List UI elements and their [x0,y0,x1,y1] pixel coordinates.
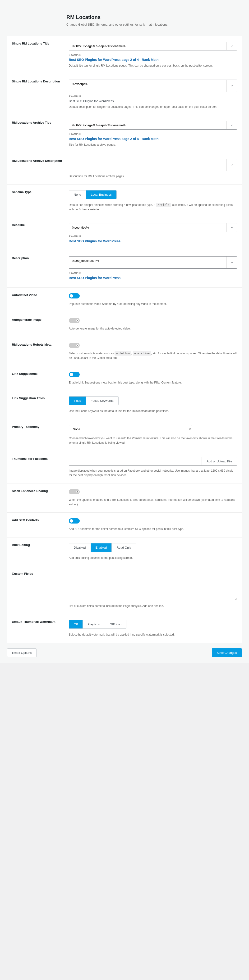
schema-type-none[interactable]: None [69,191,86,199]
label-headline: Headline [12,223,69,245]
watermark-gif-icon[interactable]: GIF icon [105,620,126,628]
bulk-editing-group: Disabled Enabled Read Only [69,543,136,552]
seo-controls-toggle[interactable] [69,518,80,523]
autodetect-video-toggle[interactable] [69,293,80,299]
schema-type-local-business[interactable]: Local Business [86,191,116,199]
field-autodetect-video: Autodetect Video Populate automatic Vide… [7,288,242,312]
custom-fields-help: List of custom fields name to include in… [69,604,237,608]
single-desc-example: Best SEO Plugins for WordPress [69,99,237,103]
label-primary-taxonomy: Primary Taxonomy [12,425,69,445]
autogen-image-toggle[interactable] [69,318,80,323]
single-title-example[interactable]: Best SEO Plugins for WordPress page 2 of… [69,58,159,62]
bulk-editing-enabled[interactable]: Enabled [91,543,112,552]
reset-options-button[interactable]: Reset Options [7,648,37,657]
primary-taxonomy-select[interactable]: None [69,425,192,433]
single-title-input-wrap [69,42,237,51]
archive-desc-variables-dropdown[interactable] [227,159,237,171]
headline-example[interactable]: Best SEO Plugins for WordPress [69,239,120,243]
label-robots-meta: RM Locations Robots Meta [12,343,69,360]
primary-taxonomy-help: Choose which taxonomy you want to use wi… [69,436,237,445]
custom-fields-input[interactable] [69,572,237,600]
label-custom-fields: Custom Fields [12,572,69,608]
archive-title-input-wrap [69,121,237,130]
seo-controls-help: Add SEO controls for the editor screen t… [69,527,237,531]
field-link-suggestion-titles: Link Suggestion Titles Titles Focus Keyw… [7,391,242,419]
slack-sharing-help: When the option is enabled and a RM Loca… [69,498,237,507]
single-desc-help: Default description for single RM Locati… [69,105,237,109]
robots-meta-toggle[interactable] [69,343,80,348]
toggle-knob-icon [77,344,79,347]
bulk-editing-readonly[interactable]: Read Only [112,543,136,552]
thumbnail-fb-help: Image displayed when your page is shared… [69,469,237,477]
field-single-desc: Single RM Locations Description %excerpt… [7,74,242,115]
field-autogen-image: Autogenerate Image Auto-generate image f… [7,312,242,337]
headline-variables-dropdown[interactable] [227,223,237,232]
headline-input-wrap [69,223,237,232]
label-autogen-image: Autogenerate Image [12,318,69,331]
label-schema-type: Schema Type [12,190,69,212]
autodetect-video-help: Populate automatic Video Schema by auto-… [69,302,237,306]
thumbnail-fb-input[interactable] [69,457,201,466]
archive-title-help: Title for RM Locations archive pages. [69,143,237,147]
archive-title-example[interactable]: Best SEO Plugins for WordPress page 2 of… [69,137,159,141]
link-suggestions-toggle[interactable] [69,372,80,377]
page-header: RM Locations Change Global SEO, Schema, … [0,0,249,36]
archive-desc-input-wrap [69,159,237,171]
description-variables-dropdown[interactable] [227,256,237,268]
toggle-knob-icon [70,294,73,298]
watermark-off[interactable]: Off [69,620,83,628]
archive-desc-help: Description for RM Locations archive pag… [69,174,237,178]
field-primary-taxonomy: Primary Taxonomy None Choose which taxon… [7,419,242,451]
example-label: EXAMPLE [69,235,237,238]
example-label: EXAMPLE [69,272,237,275]
field-archive-desc: RM Locations Archive Description Descrip… [7,153,242,185]
label-seo-controls: Add SEO Controls [12,518,69,531]
archive-title-input[interactable] [69,121,227,129]
field-bulk-editing: Bulk Editing Disabled Enabled Read Only … [7,538,242,566]
link-suggestion-titles-titles[interactable]: Titles [69,396,86,405]
autogen-image-help: Auto-generate image for the auto detecte… [69,326,237,331]
label-archive-title: RM Locations Archive Title [12,121,69,147]
label-slack-sharing: Slack Enhanced Sharing [12,489,69,507]
field-description: Description %seo_description% EXAMPLE Be… [7,251,242,288]
slack-sharing-toggle[interactable] [69,489,80,495]
example-label: EXAMPLE [69,54,237,56]
single-title-variables-dropdown[interactable] [227,42,237,50]
chevron-down-icon [231,162,233,167]
link-suggestion-titles-help: Use the Focus Keyword as the default tex… [69,409,237,414]
link-suggestion-titles-focus[interactable]: Focus Keywords [86,396,118,405]
form-footer: Reset Options Save Changes [0,643,249,663]
field-single-title: Single RM Locations Title EXAMPLE Best S… [7,36,242,74]
chevron-down-icon [231,260,233,265]
archive-desc-input[interactable] [69,159,227,171]
chevron-down-icon [231,123,233,128]
save-changes-button[interactable]: Save Changes [212,648,242,657]
single-desc-variables-dropdown[interactable] [227,80,237,92]
watermark-group: Off Play icon GIF icon [69,620,126,629]
bulk-editing-disabled[interactable]: Disabled [69,543,91,552]
field-link-suggestions: Link Suggestions Enable Link Suggestions… [7,366,242,391]
field-slack-sharing: Slack Enhanced Sharing When the option i… [7,484,242,512]
single-title-help: Default title tag for single RM Location… [69,64,237,68]
robots-meta-help: Select custom robots meta, such as nofol… [69,351,237,360]
watermark-play-icon[interactable]: Play icon [83,620,105,628]
description-example[interactable]: Best SEO Plugins for WordPress [69,276,120,280]
single-desc-input[interactable]: %excerpt% [69,80,227,92]
chevron-down-icon [231,83,233,88]
toggle-knob-icon [77,319,79,322]
single-title-input[interactable] [69,42,227,50]
field-headline: Headline EXAMPLE Best SEO Plugins for Wo… [7,218,242,251]
toggle-knob-icon [70,373,73,376]
description-input-wrap: %seo_description% [69,256,237,269]
thumbnail-fb-upload-button[interactable]: Add or Upload File [201,457,237,466]
link-suggestions-help: Enable Link Suggestions meta box for thi… [69,380,237,385]
toggle-knob-icon [70,519,73,523]
headline-input[interactable] [69,223,227,232]
bulk-editing-help: Add bulk editing columns to the post lis… [69,556,237,560]
field-schema-type: Schema Type None Local Business Default … [7,185,242,218]
description-input[interactable]: %seo_description% [69,256,227,268]
settings-page: RM Locations Change Global SEO, Schema, … [0,0,249,663]
archive-title-variables-dropdown[interactable] [227,121,237,129]
chevron-down-icon [231,44,233,49]
label-single-title: Single RM Locations Title [12,42,69,68]
